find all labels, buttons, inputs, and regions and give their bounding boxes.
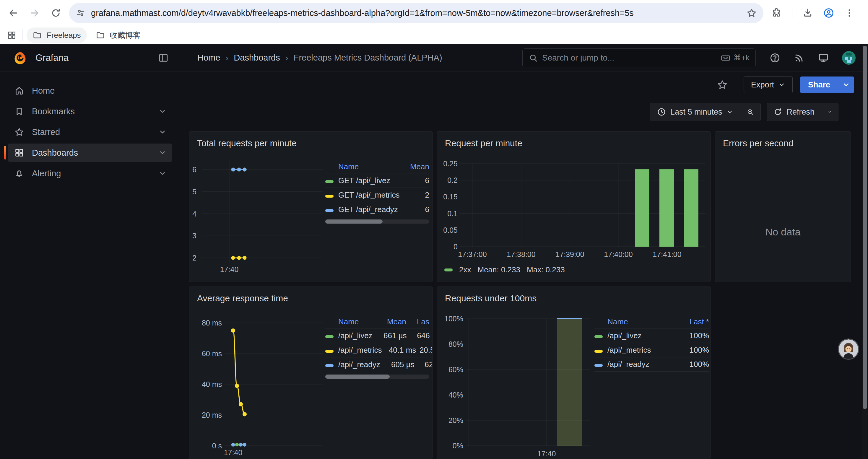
chevron-down-icon [159, 149, 166, 157]
download-icon[interactable] [802, 8, 813, 18]
legend-col-name[interactable]: Name [338, 317, 372, 326]
panel-title[interactable]: Average response time [189, 287, 432, 303]
panel-legend: Name Mean Las /api/_livez 661 µs 646 /ap… [325, 315, 429, 379]
chevron-down-icon [726, 108, 733, 116]
legend-col-name[interactable]: Name [338, 162, 409, 171]
svg-text:17:40: 17:40 [224, 448, 243, 457]
share-menu-button[interactable] [838, 76, 854, 93]
scrollbar-thumb[interactable] [863, 46, 867, 409]
time-range-picker[interactable]: Last 5 minutes [650, 103, 740, 121]
help-icon[interactable] [769, 52, 780, 64]
apps-grid-icon[interactable] [7, 30, 17, 40]
panel-title[interactable]: Total requests per minute [189, 132, 432, 148]
export-button[interactable]: Export [744, 76, 793, 93]
favorite-star-icon[interactable] [717, 79, 728, 90]
breadcrumb-home[interactable]: Home [197, 53, 220, 63]
bookmark-folder-freeleaps[interactable]: Freeleaps [27, 28, 87, 43]
sidebar-item-starred[interactable]: Starred [8, 123, 172, 141]
series-color [325, 364, 334, 367]
back-icon[interactable] [5, 4, 22, 22]
legend-row[interactable]: /api/_readyz 605 µs 620 [325, 357, 429, 371]
chevron-down-icon [159, 107, 166, 115]
svg-text:3: 3 [192, 232, 196, 240]
zoom-out-button[interactable] [740, 103, 761, 121]
panel-title[interactable]: Errors per second [715, 132, 850, 148]
svg-text:40 ms: 40 ms [202, 380, 222, 388]
legend-row[interactable]: GET /api/_metrics 2 [325, 188, 429, 202]
legend-scrollbar[interactable] [325, 220, 429, 224]
panel-title[interactable]: Request per minute [437, 132, 710, 148]
average-response-time-chart[interactable]: 80 ms60 ms40 ms20 ms0 s17:40 [191, 314, 333, 459]
svg-text:80 ms: 80 ms [202, 319, 222, 327]
toolbar-divider [792, 7, 793, 19]
svg-text:60 ms: 60 ms [202, 350, 222, 358]
legend-col-last[interactable]: Last * [674, 317, 709, 326]
legend-col-name[interactable]: Name [608, 317, 674, 326]
sidebar-item-home[interactable]: Home [8, 81, 172, 100]
chevron-down-icon [159, 128, 166, 136]
legend-row[interactable]: GET /api/_livez 6 [325, 173, 429, 188]
legend-col-last[interactable]: Las [406, 317, 429, 326]
breadcrumb: Home › Dashboards › Freeleaps Metrics Da… [197, 53, 442, 63]
sidebar-item-bookmarks[interactable]: Bookmarks [8, 102, 172, 121]
news-rss-icon[interactable] [794, 52, 805, 64]
panel-legend: Name Last * /api/_livez 100% /api/_metri… [594, 315, 709, 371]
svg-text:17:37:00: 17:37:00 [458, 250, 487, 258]
legend-row[interactable]: /api/_readyz 100% [594, 357, 709, 371]
user-avatar[interactable] [842, 51, 856, 65]
site-settings-icon[interactable] [75, 8, 86, 18]
sidebar-item-dashboards[interactable]: Dashboards [8, 143, 172, 162]
monitor-kiosk-icon[interactable] [818, 52, 829, 64]
legend-row[interactable]: /api/_metrics 40.1 ms 20.5 r [325, 342, 429, 357]
series-color [444, 268, 453, 271]
svg-text:17:38:00: 17:38:00 [507, 250, 535, 258]
extensions-icon[interactable] [771, 8, 782, 18]
svg-text:0.25: 0.25 [443, 160, 458, 168]
legend-col-mean[interactable]: Mean [409, 162, 429, 171]
svg-text:0 s: 0 s [212, 441, 222, 450]
search-box[interactable]: ⌘+k [522, 48, 756, 67]
panel-legend[interactable]: 2xx Mean: 0.233 Max: 0.233 [444, 265, 565, 274]
refresh-button[interactable]: Refresh [767, 103, 821, 121]
chevron-down-icon [828, 108, 832, 116]
bookmark-star-icon[interactable] [746, 8, 757, 18]
legend-row[interactable]: /api/_livez 100% [594, 328, 709, 342]
grafana-header: Home › Dashboards › Freeleaps Metrics Da… [180, 44, 868, 71]
breadcrumb-dashboards[interactable]: Dashboards [234, 53, 280, 63]
legend-row[interactable]: GET /api/_readyz 6 [325, 202, 429, 217]
panel-legend: Name Mean GET /api/_livez 6 GET /api/_me… [325, 160, 429, 224]
legend-col-mean[interactable]: Mean [372, 317, 406, 326]
panel-average-response-time: Average response time 80 ms60 ms40 ms20 … [189, 287, 433, 459]
legend-max: Max: 0.233 [527, 265, 565, 274]
profile-icon[interactable] [823, 7, 834, 19]
panel-request-per-minute: Request per minute 0.250.20.150.10.05017… [437, 131, 711, 282]
legend-scrollbar[interactable] [325, 374, 429, 379]
svg-text:2: 2 [192, 254, 196, 262]
url-text[interactable]: grafana.mathmast.com/d/deytv4rwavabkb/fr… [91, 8, 746, 18]
series-color [325, 180, 334, 183]
svg-text:100%: 100% [444, 315, 463, 323]
sidebar-item-alerting[interactable]: Alerting [8, 164, 172, 183]
requests-under-100ms-chart[interactable]: 100%80%60%40%20%0%17:40 [441, 314, 595, 459]
share-button[interactable]: Share [800, 76, 838, 93]
search-input[interactable] [542, 53, 716, 63]
reload-icon[interactable] [47, 4, 64, 22]
legend-row[interactable]: /api/_metrics 100% [594, 342, 709, 357]
total-requests-chart[interactable]: 6543217:40 [191, 159, 333, 276]
series-color [594, 350, 603, 353]
grafana-logo[interactable] [13, 51, 27, 65]
menu-kebab-icon[interactable] [844, 8, 855, 18]
request-per-minute-chart[interactable]: 0.250.20.150.10.05017:37:0017:38:0017:39… [441, 159, 707, 264]
sidebar-toggle-icon[interactable] [158, 53, 169, 63]
refresh-interval-button[interactable] [821, 103, 838, 121]
svg-text:4: 4 [192, 210, 196, 218]
url-bar[interactable]: grafana.mathmast.com/d/deytv4rwavabkb/fr… [69, 3, 764, 23]
assistant-avatar[interactable] [839, 339, 858, 359]
svg-text:0: 0 [454, 242, 458, 251]
bookmark-folder-blogs[interactable]: 收藏博客 [90, 28, 147, 43]
legend-row[interactable]: /api/_livez 661 µs 646 [325, 328, 429, 342]
brand-name: Grafana [35, 53, 68, 63]
forward-icon[interactable] [26, 4, 43, 22]
page-scrollbar[interactable] [862, 45, 867, 459]
panel-title[interactable]: Requests under 100ms [437, 287, 710, 303]
